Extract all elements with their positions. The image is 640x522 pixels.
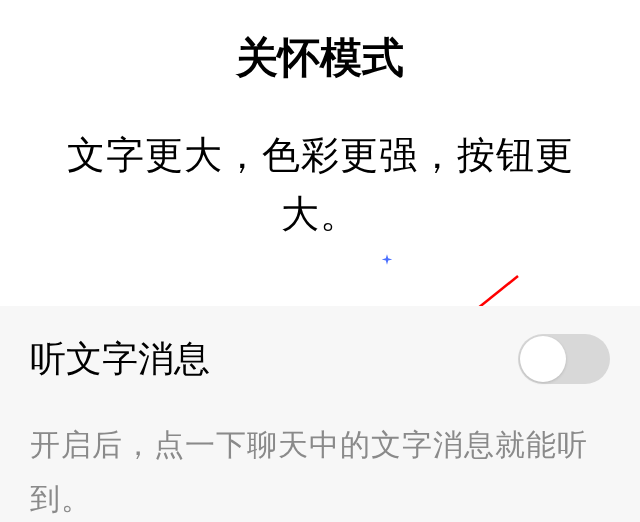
page-header: 关怀模式 — [0, 0, 640, 86]
sparkle-icon — [380, 253, 394, 267]
setting-title: 听文字消息 — [30, 335, 210, 384]
settings-section: 听文字消息 开启后，点一下聊天中的文字消息就能听到。 — [0, 306, 640, 522]
listen-text-toggle[interactable] — [518, 334, 610, 384]
toggle-knob — [520, 336, 566, 382]
setting-description: 开启后，点一下聊天中的文字消息就能听到。 — [30, 418, 610, 522]
subtitle-text: 文字更大，色彩更强，按钮更大。 — [40, 126, 600, 244]
page-subtitle: 文字更大，色彩更强，按钮更大。 — [0, 86, 640, 244]
page-title: 关怀模式 — [0, 30, 640, 86]
setting-row-listen-text: 听文字消息 — [30, 334, 610, 384]
